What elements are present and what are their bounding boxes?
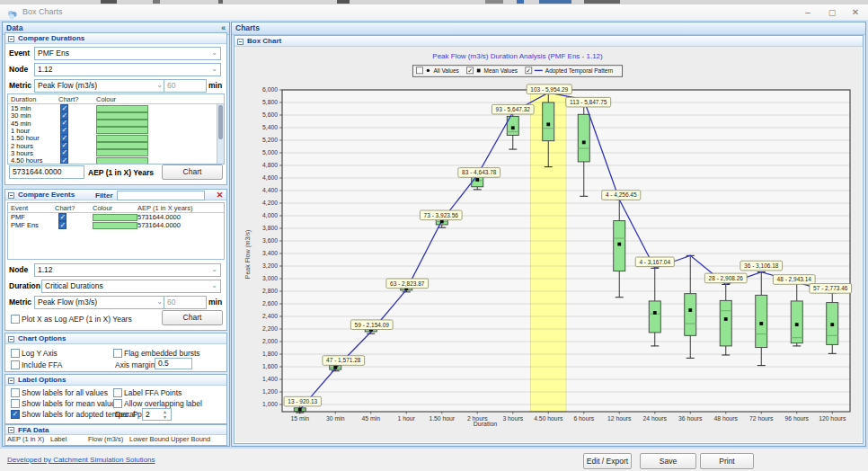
collapse-section-icon[interactable] bbox=[8, 192, 14, 199]
node-select[interactable]: 1.12 bbox=[34, 63, 221, 76]
collapse-section-icon[interactable] bbox=[237, 39, 244, 45]
node-select[interactable]: 1.12 bbox=[34, 263, 221, 277]
chart-button-events[interactable]: Chart bbox=[162, 310, 223, 325]
print-button[interactable]: Print bbox=[700, 453, 754, 469]
metric-minutes-input[interactable]: 60 bbox=[164, 79, 207, 93]
svg-text:2,400: 2,400 bbox=[262, 313, 278, 319]
dec-p-stepper[interactable]: 2 bbox=[142, 408, 172, 421]
event-select[interactable]: PMF Ens bbox=[34, 47, 221, 60]
label-options-header[interactable]: Label Options bbox=[5, 375, 226, 386]
adopted-pattern-label: 28 - 2,908.26 bbox=[704, 273, 747, 283]
adopted-pattern-label: 63 - 2,823.87 bbox=[386, 279, 429, 289]
edit-export-button[interactable]: Edit / Export bbox=[583, 453, 632, 469]
colour-swatch[interactable] bbox=[96, 135, 148, 142]
chart-options-header[interactable]: Chart Options bbox=[5, 333, 226, 344]
label-options-group: Label Options Show labels for all values… bbox=[4, 374, 227, 424]
include-ffa-checkbox[interactable] bbox=[11, 360, 20, 369]
metric-select[interactable]: Peak Flow (m3/s) bbox=[34, 296, 166, 309]
colour-swatch[interactable] bbox=[96, 105, 148, 112]
collapse-section-icon[interactable] bbox=[8, 427, 14, 433]
duration-chart-checkbox[interactable] bbox=[60, 156, 68, 164]
mean-marker bbox=[653, 311, 657, 315]
svg-text:✓: ✓ bbox=[467, 67, 473, 74]
event-chart-checkbox[interactable] bbox=[58, 221, 66, 229]
svg-text:36 - 3,106.18: 36 - 3,106.18 bbox=[744, 262, 779, 269]
collapse-section-icon[interactable] bbox=[8, 378, 14, 384]
duration-row: 4.50 hours bbox=[8, 156, 217, 164]
svg-text:1,400: 1,400 bbox=[262, 376, 278, 382]
minimize-button[interactable] bbox=[799, 5, 817, 19]
adopted-pattern-label: 83 - 4,643.78 bbox=[458, 168, 500, 178]
section-title: Compare Events bbox=[18, 191, 75, 199]
adopted-pattern-label: 36 - 3,106.18 bbox=[740, 261, 783, 271]
svg-text:1,200: 1,200 bbox=[262, 388, 278, 395]
colour-swatch[interactable] bbox=[96, 149, 148, 156]
durations-scrollbar[interactable] bbox=[217, 104, 224, 164]
section-title: Label Options bbox=[18, 376, 66, 384]
compare-events-header[interactable]: Compare Events Filter bbox=[5, 190, 226, 200]
chart-button-durations[interactable]: Chart bbox=[162, 164, 223, 180]
svg-text:5,000: 5,000 bbox=[262, 149, 278, 156]
duration-select[interactable]: Critical Durations bbox=[41, 280, 221, 293]
svg-text:4,800: 4,800 bbox=[262, 162, 278, 168]
svg-text:93 - 5,647.32: 93 - 5,647.32 bbox=[496, 106, 531, 112]
compare-durations-header[interactable]: Compare Durations bbox=[5, 33, 226, 44]
log-y-axis-checkbox[interactable] bbox=[11, 349, 20, 358]
ffa-data-group: FFA Data AEP (1 in X) Label Flow (m3/s) … bbox=[4, 424, 227, 446]
colour-swatch[interactable] bbox=[93, 222, 137, 229]
legend-checkbox[interactable] bbox=[416, 67, 422, 74]
y-axis-title: Peak Flow (m3/s) bbox=[244, 230, 252, 279]
colour-swatch[interactable] bbox=[96, 157, 148, 164]
scrollbar-thumb[interactable] bbox=[218, 105, 223, 139]
allow-overlapping-checkbox[interactable] bbox=[113, 399, 122, 408]
colour-swatch[interactable] bbox=[93, 214, 137, 221]
aep-input[interactable]: 5731644.0000 bbox=[9, 165, 84, 179]
filter-input[interactable] bbox=[117, 191, 205, 200]
window-title: Box Charts bbox=[22, 7, 63, 16]
colour-swatch[interactable] bbox=[96, 112, 148, 120]
labels-adopted-pattern-checkbox[interactable] bbox=[11, 410, 20, 419]
developer-link[interactable]: Developed by Catchment Simulation Soluti… bbox=[7, 456, 155, 464]
aep-label: AEP (1 in X) Years bbox=[88, 168, 154, 177]
save-images-label: Save Image(s) bbox=[649, 457, 679, 471]
x-axis-title: Duration bbox=[474, 421, 498, 427]
flag-bursts-checkbox[interactable] bbox=[113, 349, 122, 358]
duration-row: 30 min bbox=[8, 111, 217, 119]
labels-all-values-checkbox[interactable] bbox=[11, 388, 20, 397]
labels-mean-values-checkbox[interactable] bbox=[11, 399, 20, 408]
column-aep: AEP (1 in X years) bbox=[137, 204, 193, 212]
event-row: PMF Ens5731644.0000 bbox=[8, 221, 224, 229]
label-ffa-points-checkbox[interactable] bbox=[113, 388, 122, 397]
axis-margin-input[interactable]: 0.5 bbox=[155, 358, 192, 369]
adopted-pattern-label: 93 - 5,647.32 bbox=[492, 104, 534, 114]
ffa-table-header: AEP (1 in X) Label Flow (m3/s) Lower Bou… bbox=[5, 435, 226, 444]
colour-swatch[interactable] bbox=[96, 120, 148, 127]
event-value: PMF Ens bbox=[38, 49, 69, 58]
event-aep-value: 5731644.0000 bbox=[137, 221, 181, 229]
event-row: PMF5731644.0000 bbox=[8, 213, 224, 221]
durations-rows: 15 min30 min45 min1 hour1.50 hour2 hours… bbox=[8, 104, 217, 164]
collapse-section-icon[interactable] bbox=[8, 36, 14, 42]
maximize-button[interactable] bbox=[823, 5, 841, 19]
plot-x-log-checkbox[interactable] bbox=[11, 315, 20, 324]
mean-marker bbox=[759, 322, 763, 325]
colour-swatch[interactable] bbox=[96, 142, 148, 149]
chart-options-group: Chart Options Log Y Axis Flag embedded b… bbox=[4, 333, 227, 372]
clear-filter-button[interactable] bbox=[215, 191, 225, 200]
close-button[interactable] bbox=[846, 5, 864, 19]
box-charts-window: Box Charts Data « Compare Durations Even… bbox=[0, 0, 868, 471]
ffa-data-header[interactable]: FFA Data bbox=[5, 425, 226, 435]
svg-text:83 - 4,643.78: 83 - 4,643.78 bbox=[462, 169, 497, 175]
events-table: Event Chart? Colour AEP (1 in X years) P… bbox=[7, 202, 225, 260]
metric-minutes-input[interactable]: 60 bbox=[164, 296, 207, 309]
colour-swatch[interactable] bbox=[96, 127, 148, 134]
section-title: Chart Options bbox=[18, 334, 66, 342]
save-images-button[interactable]: Save Image(s) bbox=[640, 453, 696, 469]
metric-select[interactable]: Peak Flow (m3/s) bbox=[34, 79, 166, 93]
collapse-section-icon[interactable] bbox=[8, 336, 14, 342]
box-chart-header[interactable]: Box Chart bbox=[235, 36, 863, 47]
svg-text:2,800: 2,800 bbox=[262, 288, 278, 294]
svg-text:47 - 1,571.28: 47 - 1,571.28 bbox=[326, 357, 361, 363]
background-fragment bbox=[153, 0, 160, 4]
events-table-header: Event Chart? Colour AEP (1 in X years) bbox=[8, 203, 224, 213]
